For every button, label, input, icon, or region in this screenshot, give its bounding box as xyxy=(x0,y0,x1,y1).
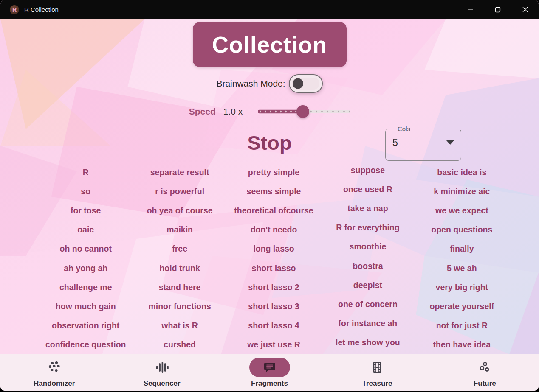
fragment-item[interactable]: take a nap xyxy=(321,199,415,218)
fragment-item[interactable]: how much gain xyxy=(39,297,133,316)
app-window: R R Collection xyxy=(0,0,539,391)
nav-item-treasure[interactable]: Treasure xyxy=(323,354,431,391)
equalizer-icon xyxy=(141,358,182,377)
minimize-icon xyxy=(468,7,474,13)
fragment-item[interactable]: r is powerful xyxy=(133,182,226,201)
window-title: R Collection xyxy=(24,6,59,13)
nav-item-future[interactable]: Future xyxy=(431,354,539,391)
fragment-item[interactable]: let me show you xyxy=(321,333,415,352)
fragment-item[interactable]: maikin xyxy=(133,220,226,239)
brainwash-row: Brainwash Mode: xyxy=(0,73,539,94)
fragment-item[interactable]: R xyxy=(39,163,133,182)
fragment-item[interactable]: smoothie xyxy=(321,237,415,256)
fragment-item[interactable]: we just use R xyxy=(227,335,321,354)
nav-label: Randomizer xyxy=(34,379,75,388)
speed-row: Speed 1.0 x xyxy=(0,103,539,120)
fragment-item[interactable]: oh no cannot xyxy=(39,239,133,258)
chevron-down-icon xyxy=(446,140,454,145)
fragment-item[interactable]: stand here xyxy=(133,278,226,297)
fragment-item[interactable]: very big right xyxy=(415,278,509,297)
close-button[interactable] xyxy=(511,0,539,19)
slider-track-inactive xyxy=(303,110,350,113)
slider-thumb[interactable] xyxy=(296,105,309,118)
fragment-item[interactable]: don't needo xyxy=(227,220,321,239)
fragment-item[interactable]: 5 we ah xyxy=(415,258,509,277)
film-strip-icon xyxy=(357,358,398,377)
fragment-item[interactable]: so xyxy=(39,182,133,201)
fragment-item[interactable]: operate yourself xyxy=(415,297,509,316)
nav-label: Sequencer xyxy=(144,379,181,388)
close-icon xyxy=(522,6,528,13)
bubbles-icon xyxy=(464,358,505,377)
fragment-item[interactable]: then have idea xyxy=(415,335,509,354)
fragment-item[interactable]: confidence question xyxy=(39,335,133,354)
fragment-item[interactable]: long lasso xyxy=(227,239,321,258)
fragment-item[interactable]: for instance ah xyxy=(321,314,415,333)
fragment-item[interactable]: oh yea of course xyxy=(133,201,226,220)
speed-value: 1.0 x xyxy=(223,106,243,117)
fragments-grid: Rsofor toseoaicoh no cannotah yong ahcha… xyxy=(0,163,539,354)
fragment-column: separate resultr is powerfuloh yea of co… xyxy=(133,163,226,354)
fragment-item[interactable]: short lasso 4 xyxy=(227,316,321,335)
window-controls xyxy=(457,0,539,19)
maximize-icon xyxy=(495,7,501,13)
nav-item-sequencer[interactable]: Sequencer xyxy=(108,354,215,391)
fragment-item[interactable]: for tose xyxy=(39,201,133,220)
fragment-item[interactable]: short lasso xyxy=(227,258,321,277)
fragment-item[interactable]: oaic xyxy=(39,220,133,239)
collection-header: Collection xyxy=(193,22,347,67)
app-icon: R xyxy=(10,5,19,14)
main-content: Collection Brainwash Mode: Speed 1.0 x S… xyxy=(0,19,539,354)
cols-value: 5 xyxy=(392,137,398,148)
bottom-navbar: Randomizer Sequencer xyxy=(0,354,539,391)
maximize-button[interactable] xyxy=(484,0,511,19)
fragment-item[interactable]: pretty simple xyxy=(227,163,321,182)
fragment-item[interactable]: theoretical ofcourse xyxy=(227,201,321,220)
fragment-item[interactable]: challenge me xyxy=(39,278,133,297)
nav-label: Future xyxy=(474,379,496,388)
fragment-column: supposeonce used Rtake a napR for everyt… xyxy=(321,163,415,352)
fragment-item[interactable]: once used R xyxy=(321,180,415,199)
fragment-item[interactable]: suppose xyxy=(321,163,415,180)
brainwash-mode-toggle[interactable] xyxy=(289,74,323,93)
fragment-item[interactable]: what is R xyxy=(133,316,226,335)
fragment-item[interactable]: one of concern xyxy=(321,295,415,314)
nav-label: Treasure xyxy=(362,379,392,388)
nav-item-fragments[interactable]: Fragments xyxy=(216,354,323,391)
fragment-item[interactable]: short lasso 3 xyxy=(227,297,321,316)
cols-dropdown[interactable]: Cols 5 xyxy=(385,125,461,161)
fragment-item[interactable]: not for just R xyxy=(415,316,509,335)
fragment-item[interactable]: seems simple xyxy=(227,182,321,201)
nav-label: Fragments xyxy=(251,379,288,388)
fragment-item[interactable]: short lasso 2 xyxy=(227,278,321,297)
fragment-item[interactable]: deepist xyxy=(321,276,415,295)
fragment-item[interactable]: ah yong ah xyxy=(39,258,133,277)
speed-label: Speed xyxy=(189,106,216,117)
scatter-dots-icon xyxy=(34,358,75,377)
speed-slider[interactable] xyxy=(258,105,350,118)
cols-label: Cols xyxy=(395,125,413,132)
page-title: Collection xyxy=(212,31,327,58)
nav-item-randomizer[interactable]: Randomizer xyxy=(0,354,108,391)
fragment-item[interactable]: free xyxy=(133,239,226,258)
fragment-column: Rsofor toseoaicoh no cannotah yong ahcha… xyxy=(39,163,133,354)
minimize-button[interactable] xyxy=(457,0,484,19)
stop-button[interactable]: Stop xyxy=(247,132,291,154)
fragment-item[interactable]: boostra xyxy=(321,256,415,275)
fragment-item[interactable]: hold trunk xyxy=(133,258,226,277)
fragment-item[interactable]: k minimize aic xyxy=(415,182,509,201)
fragment-item[interactable]: R for everything xyxy=(321,218,415,237)
fragment-item[interactable]: we we expect xyxy=(415,201,509,220)
cols-dropdown-inner: 5 xyxy=(392,133,454,152)
fragment-item[interactable]: finally xyxy=(415,239,509,258)
fragment-item[interactable]: observation right xyxy=(39,316,133,335)
fragment-item[interactable]: curshed xyxy=(133,335,226,354)
fragment-item[interactable]: separate result xyxy=(133,163,226,182)
chat-bubble-icon xyxy=(249,358,290,377)
fragment-item[interactable]: open questions xyxy=(415,220,509,239)
fragment-column: pretty simpleseems simpletheoretical ofc… xyxy=(227,163,321,354)
brainwash-mode-label: Brainwash Mode: xyxy=(216,78,285,89)
fragment-item[interactable]: minor functions xyxy=(133,297,226,316)
fragment-column: basic idea isk minimize aicwe we expecto… xyxy=(415,163,509,354)
fragment-item[interactable]: basic idea is xyxy=(415,163,509,182)
